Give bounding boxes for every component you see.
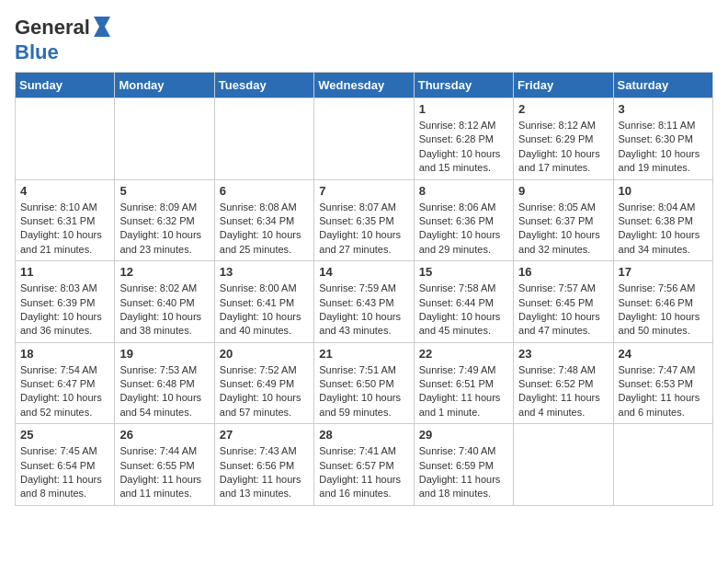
logo-general-text: General [15,16,90,40]
day-info: Sunrise: 8:12 AM Sunset: 6:29 PM Dayligh… [518,119,608,176]
calendar-cell [613,424,712,506]
day-number: 13 [220,265,309,279]
day-number: 24 [619,347,708,361]
day-number: 15 [419,265,508,279]
calendar-cell: 14Sunrise: 7:59 AM Sunset: 6:43 PM Dayli… [314,261,414,343]
day-info: Sunrise: 7:48 AM Sunset: 6:52 PM Dayligh… [518,363,608,420]
calendar-cell: 15Sunrise: 7:58 AM Sunset: 6:44 PM Dayli… [414,261,513,343]
day-info: Sunrise: 7:49 AM Sunset: 6:51 PM Dayligh… [419,363,508,420]
day-number: 17 [619,265,708,279]
day-info: Sunrise: 7:58 AM Sunset: 6:44 PM Dayligh… [419,282,508,339]
calendar-cell: 2Sunrise: 8:12 AM Sunset: 6:29 PM Daylig… [514,98,613,180]
logo-icon [92,15,116,39]
day-number: 11 [20,265,109,279]
weekday-header-wednesday: Wednesday [314,73,414,98]
day-info: Sunrise: 8:06 AM Sunset: 6:36 PM Dayligh… [419,201,508,258]
calendar-cell: 19Sunrise: 7:53 AM Sunset: 6:48 PM Dayli… [115,342,214,424]
weekday-header-saturday: Saturday [613,73,712,98]
day-info: Sunrise: 7:40 AM Sunset: 6:59 PM Dayligh… [419,444,508,501]
logo: General Blue [15,15,116,64]
calendar-cell: 18Sunrise: 7:54 AM Sunset: 6:47 PM Dayli… [16,342,115,424]
weekday-header-sunday: Sunday [16,73,115,98]
day-info: Sunrise: 8:03 AM Sunset: 6:39 PM Dayligh… [20,282,109,339]
day-info: Sunrise: 7:52 AM Sunset: 6:49 PM Dayligh… [220,363,309,420]
day-info: Sunrise: 8:08 AM Sunset: 6:34 PM Dayligh… [220,201,309,258]
day-number: 12 [119,265,209,279]
calendar-cell: 21Sunrise: 7:51 AM Sunset: 6:50 PM Dayli… [314,342,414,424]
day-number: 8 [419,184,508,198]
day-info: Sunrise: 7:47 AM Sunset: 6:53 PM Dayligh… [619,363,708,420]
calendar-cell: 3Sunrise: 8:11 AM Sunset: 6:30 PM Daylig… [613,98,712,180]
day-number: 19 [119,347,209,361]
calendar-cell [115,98,214,180]
calendar-cell: 25Sunrise: 7:45 AM Sunset: 6:54 PM Dayli… [16,424,115,506]
calendar-cell: 16Sunrise: 7:57 AM Sunset: 6:45 PM Dayli… [514,261,613,343]
calendar-cell: 23Sunrise: 7:48 AM Sunset: 6:52 PM Dayli… [514,342,613,424]
day-number: 28 [319,428,408,442]
calendar-cell: 12Sunrise: 8:02 AM Sunset: 6:40 PM Dayli… [115,261,214,343]
day-number: 1 [419,102,508,116]
calendar-cell: 20Sunrise: 7:52 AM Sunset: 6:49 PM Dayli… [214,342,313,424]
calendar-cell: 29Sunrise: 7:40 AM Sunset: 6:59 PM Dayli… [414,424,513,506]
calendar-cell: 6Sunrise: 8:08 AM Sunset: 6:34 PM Daylig… [214,179,313,261]
day-info: Sunrise: 7:59 AM Sunset: 6:43 PM Dayligh… [319,282,408,339]
calendar-cell: 7Sunrise: 8:07 AM Sunset: 6:35 PM Daylig… [314,179,414,261]
day-number: 27 [220,428,309,442]
day-number: 16 [518,265,608,279]
calendar-cell: 28Sunrise: 7:41 AM Sunset: 6:57 PM Dayli… [314,424,414,506]
day-number: 5 [119,184,209,198]
day-info: Sunrise: 7:41 AM Sunset: 6:57 PM Dayligh… [319,444,408,501]
calendar-week-row: 11Sunrise: 8:03 AM Sunset: 6:39 PM Dayli… [16,261,713,343]
svg-marker-0 [94,17,110,37]
day-number: 7 [319,184,408,198]
day-number: 29 [419,428,508,442]
day-number: 23 [518,347,608,361]
day-number: 25 [20,428,109,442]
day-number: 18 [20,347,109,361]
day-info: Sunrise: 8:04 AM Sunset: 6:38 PM Dayligh… [619,201,708,258]
day-info: Sunrise: 7:43 AM Sunset: 6:56 PM Dayligh… [220,444,309,501]
calendar-cell: 4Sunrise: 8:10 AM Sunset: 6:31 PM Daylig… [16,179,115,261]
day-number: 21 [319,347,408,361]
day-number: 3 [619,102,708,116]
calendar-week-row: 25Sunrise: 7:45 AM Sunset: 6:54 PM Dayli… [16,424,713,506]
day-info: Sunrise: 8:12 AM Sunset: 6:28 PM Dayligh… [419,119,508,176]
calendar-cell: 26Sunrise: 7:44 AM Sunset: 6:55 PM Dayli… [115,424,214,506]
day-number: 26 [119,428,209,442]
day-info: Sunrise: 8:09 AM Sunset: 6:32 PM Dayligh… [119,201,209,258]
calendar-cell: 17Sunrise: 7:56 AM Sunset: 6:46 PM Dayli… [613,261,712,343]
weekday-header-tuesday: Tuesday [214,73,313,98]
weekday-header-row: SundayMondayTuesdayWednesdayThursdayFrid… [16,73,713,98]
calendar-cell: 10Sunrise: 8:04 AM Sunset: 6:38 PM Dayli… [613,179,712,261]
logo-container: General Blue [15,15,116,64]
calendar-cell: 5Sunrise: 8:09 AM Sunset: 6:32 PM Daylig… [115,179,214,261]
page-header: General Blue [15,15,713,64]
day-number: 4 [20,184,109,198]
day-info: Sunrise: 8:00 AM Sunset: 6:41 PM Dayligh… [220,282,309,339]
calendar-cell: 1Sunrise: 8:12 AM Sunset: 6:28 PM Daylig… [414,98,513,180]
calendar-cell [16,98,115,180]
calendar-week-row: 4Sunrise: 8:10 AM Sunset: 6:31 PM Daylig… [16,179,713,261]
day-number: 9 [518,184,608,198]
calendar-cell: 9Sunrise: 8:05 AM Sunset: 6:37 PM Daylig… [514,179,613,261]
calendar-cell: 8Sunrise: 8:06 AM Sunset: 6:36 PM Daylig… [414,179,513,261]
day-info: Sunrise: 7:57 AM Sunset: 6:45 PM Dayligh… [518,282,608,339]
weekday-header-monday: Monday [115,73,214,98]
weekday-header-thursday: Thursday [414,73,513,98]
day-info: Sunrise: 7:44 AM Sunset: 6:55 PM Dayligh… [119,444,209,501]
calendar-cell: 11Sunrise: 8:03 AM Sunset: 6:39 PM Dayli… [16,261,115,343]
calendar-week-row: 18Sunrise: 7:54 AM Sunset: 6:47 PM Dayli… [16,342,713,424]
day-info: Sunrise: 8:10 AM Sunset: 6:31 PM Dayligh… [20,201,109,258]
calendar-cell [214,98,313,180]
calendar-cell [314,98,414,180]
day-info: Sunrise: 8:05 AM Sunset: 6:37 PM Dayligh… [518,201,608,258]
day-number: 2 [518,102,608,116]
day-number: 10 [619,184,708,198]
day-info: Sunrise: 8:11 AM Sunset: 6:30 PM Dayligh… [619,119,708,176]
day-number: 14 [319,265,408,279]
day-number: 6 [220,184,309,198]
calendar-week-row: 1Sunrise: 8:12 AM Sunset: 6:28 PM Daylig… [16,98,713,180]
day-info: Sunrise: 7:51 AM Sunset: 6:50 PM Dayligh… [319,363,408,420]
calendar-cell: 27Sunrise: 7:43 AM Sunset: 6:56 PM Dayli… [214,424,313,506]
calendar-cell: 13Sunrise: 8:00 AM Sunset: 6:41 PM Dayli… [214,261,313,343]
